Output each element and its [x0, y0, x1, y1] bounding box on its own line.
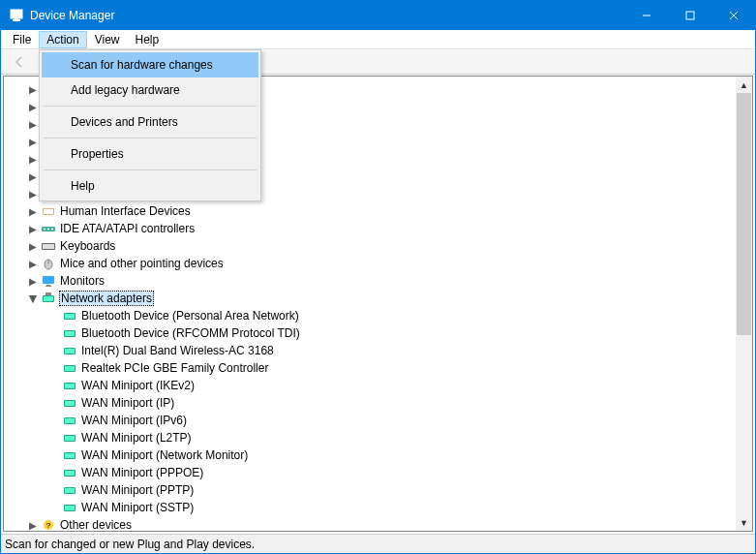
tree-label: Keyboards: [60, 239, 115, 253]
mouse-icon: [41, 255, 56, 272]
svg-rect-24: [45, 292, 51, 295]
svg-rect-40: [65, 436, 75, 441]
tree-node-adapter[interactable]: Realtek PCIe GBE Family Controller: [4, 359, 736, 377]
network-adapter-icon: [62, 446, 77, 464]
close-button[interactable]: [711, 1, 755, 30]
tree-label: IDE ATA/ATAPI controllers: [60, 222, 195, 235]
tree-label: WAN Miniport (IP): [81, 396, 174, 410]
tree-label: Human Interface Devices: [60, 204, 191, 218]
chevron-right-icon[interactable]: ▶: [27, 519, 39, 531]
tree-node-adapter[interactable]: WAN Miniport (PPPOE): [4, 464, 736, 481]
svg-rect-32: [65, 366, 75, 371]
tree-label: Network adapters: [59, 291, 154, 306]
chevron-right-icon[interactable]: ▶: [27, 258, 39, 269]
chevron-right-icon[interactable]: ▶: [27, 136, 39, 147]
dropdown-scan-hardware[interactable]: Scan for hardware changes: [42, 52, 258, 77]
chevron-down-icon[interactable]: ⯆: [27, 292, 39, 304]
app-icon: [9, 8, 24, 23]
tree-node-ide[interactable]: ▶ IDE ATA/ATAPI controllers: [4, 220, 736, 237]
menu-help[interactable]: Help: [128, 31, 167, 48]
svg-rect-46: [65, 488, 75, 493]
tree-node-adapter[interactable]: WAN Miniport (PPTP): [4, 481, 736, 499]
tree-label: Bluetooth Device (Personal Area Network): [81, 309, 299, 323]
svg-rect-19: [43, 276, 54, 284]
maximize-button[interactable]: [668, 1, 711, 30]
tree-node-monitors[interactable]: ▶ Monitors: [4, 272, 736, 290]
svg-text:?: ?: [46, 521, 51, 530]
tree-label: WAN Miniport (L2TP): [81, 431, 192, 445]
chevron-right-icon[interactable]: ▶: [27, 240, 39, 252]
dropdown-separator: [44, 169, 257, 170]
menu-view[interactable]: View: [87, 31, 128, 48]
dropdown-properties[interactable]: Properties: [42, 141, 258, 167]
menu-file[interactable]: File: [5, 31, 39, 48]
back-button[interactable]: [9, 51, 30, 73]
dropdown-separator: [44, 138, 257, 138]
action-dropdown: Scan for hardware changes Add legacy har…: [39, 49, 261, 201]
tree-label: Bluetooth Device (RFCOMM Protocol TDI): [81, 326, 300, 340]
svg-rect-21: [45, 286, 51, 287]
minimize-button[interactable]: [624, 1, 668, 30]
tree-label: Monitors: [60, 274, 105, 288]
tree-node-hid[interactable]: ▶ Human Interface Devices: [4, 202, 736, 220]
window-controls: [624, 1, 755, 30]
tree-label: Mice and other pointing devices: [60, 257, 224, 270]
chevron-right-icon[interactable]: ▶: [27, 170, 39, 182]
svg-point-14: [51, 229, 53, 231]
svg-rect-28: [65, 331, 75, 336]
network-adapter-icon: [41, 290, 56, 307]
svg-rect-36: [65, 401, 75, 406]
svg-rect-42: [65, 453, 75, 458]
dropdown-add-legacy[interactable]: Add legacy hardware: [42, 77, 258, 103]
tree-node-other-devices[interactable]: ▶ ? Other devices: [4, 516, 736, 531]
network-adapter-icon: [62, 464, 77, 481]
scroll-up-button[interactable]: ▲: [736, 77, 752, 93]
tree-label: Other devices: [60, 518, 132, 531]
scroll-down-button[interactable]: ▼: [736, 514, 752, 531]
network-adapter-icon: [62, 307, 77, 324]
tree-node-adapter[interactable]: WAN Miniport (IP): [4, 394, 736, 412]
dropdown-separator: [44, 106, 257, 107]
tree-node-keyboards[interactable]: ▶ Keyboards: [4, 237, 736, 255]
svg-rect-0: [11, 10, 22, 18]
tree-label: Intel(R) Dual Band Wireless-AC 3168: [81, 344, 274, 357]
tree-node-adapter[interactable]: WAN Miniport (SSTP): [4, 499, 736, 516]
tree-node-adapter[interactable]: Bluetooth Device (RFCOMM Protocol TDI): [4, 324, 736, 342]
chevron-right-icon[interactable]: ▶: [27, 153, 39, 165]
chevron-right-icon[interactable]: ▶: [27, 275, 39, 287]
tree-node-adapter[interactable]: WAN Miniport (Network Monitor): [4, 446, 736, 464]
ide-icon: [41, 220, 56, 237]
window-title: Device Manager: [30, 9, 114, 22]
tree-node-adapter[interactable]: WAN Miniport (IKEv2): [4, 377, 736, 394]
dropdown-devices-printers[interactable]: Devices and Printers: [42, 109, 258, 135]
tree-node-mice[interactable]: ▶ Mice and other pointing devices: [4, 255, 736, 272]
chevron-right-icon[interactable]: ▶: [27, 205, 39, 217]
svg-rect-23: [44, 296, 53, 301]
status-text: Scan for changed or new Plug and Play de…: [5, 538, 255, 551]
tree-node-network-adapters[interactable]: ⯆ Network adapters: [4, 290, 736, 307]
svg-rect-26: [65, 314, 75, 319]
chevron-right-icon[interactable]: ▶: [27, 83, 39, 95]
vertical-scrollbar[interactable]: ▲ ▼: [736, 77, 752, 531]
tree-node-adapter[interactable]: Bluetooth Device (Personal Area Network): [4, 307, 736, 324]
menubar: File Action View Help: [1, 30, 755, 49]
chevron-right-icon[interactable]: ▶: [27, 188, 39, 200]
tree-node-adapter[interactable]: WAN Miniport (L2TP): [4, 429, 736, 446]
chevron-right-icon[interactable]: ▶: [27, 223, 39, 234]
network-adapter-icon: [62, 429, 77, 446]
svg-rect-30: [65, 349, 75, 354]
dropdown-help[interactable]: Help: [42, 173, 258, 199]
scroll-thumb[interactable]: [737, 93, 751, 335]
chevron-right-icon[interactable]: ▶: [27, 101, 39, 112]
network-adapter-icon: [62, 499, 77, 516]
menu-action[interactable]: Action: [39, 31, 86, 48]
svg-rect-44: [65, 471, 75, 476]
tree-node-adapter[interactable]: WAN Miniport (IPv6): [4, 412, 736, 429]
tree-label: WAN Miniport (IPv6): [81, 414, 187, 427]
titlebar: Device Manager: [1, 1, 755, 30]
keyboard-icon: [41, 237, 56, 255]
chevron-right-icon[interactable]: ▶: [27, 118, 39, 130]
svg-point-12: [44, 229, 45, 231]
other-devices-icon: ?: [41, 516, 56, 531]
tree-node-adapter[interactable]: Intel(R) Dual Band Wireless-AC 3168: [4, 342, 736, 359]
